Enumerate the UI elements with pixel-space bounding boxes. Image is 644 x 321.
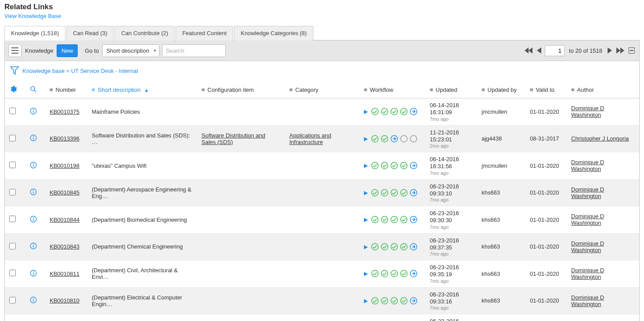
workflow-complete-icon: [390, 296, 399, 305]
workflow-complete-icon: [371, 161, 379, 170]
row-info-button[interactable]: [29, 272, 37, 278]
svg-point-29: [401, 162, 407, 169]
row-checkbox[interactable]: [9, 270, 16, 276]
workflow-expand[interactable]: ▶: [364, 136, 368, 142]
row-checkbox[interactable]: [9, 135, 16, 141]
kb-number-link[interactable]: KB0013396: [50, 135, 79, 142]
filter-breadcrumb[interactable]: Knowledge base = UT Service Desk - Inter…: [22, 68, 138, 74]
page-input[interactable]: [545, 45, 565, 56]
col-number[interactable]: ≡Number: [45, 82, 87, 98]
row-info-button[interactable]: [29, 110, 37, 116]
row-info-button[interactable]: [29, 164, 37, 170]
filter-icon[interactable]: [10, 65, 19, 76]
workflow-expand[interactable]: ▶: [364, 271, 368, 277]
kb-number-link[interactable]: KB0010844: [50, 216, 79, 223]
row-info-button[interactable]: [29, 245, 37, 251]
kb-number-link[interactable]: KB0010198: [50, 162, 79, 169]
tab-4[interactable]: Knowledge Categories (8): [234, 26, 313, 40]
author-link[interactable]: Christopher J Longoria: [571, 135, 629, 142]
updated-ago: 7mo ago: [430, 170, 473, 176]
config-item-link[interactable]: Software Distribution and Sales (SDS): [201, 132, 265, 145]
updated-time: 16:31:56: [430, 163, 473, 170]
updated-date: 06-23-2016: [430, 183, 473, 190]
collapse-button[interactable]: [628, 47, 636, 54]
category-link[interactable]: Applications and Infrastructure: [289, 132, 331, 145]
workflow-expand[interactable]: ▶: [364, 108, 368, 115]
svg-rect-57: [33, 273, 34, 275]
goto-select[interactable]: Short description: [102, 44, 159, 57]
info-icon: [29, 107, 37, 115]
kb-number-link[interactable]: KB0010845: [50, 189, 79, 196]
author-link[interactable]: Dominique D Washington: [571, 105, 604, 118]
view-knowledge-base-link[interactable]: View Knowledge Base: [4, 13, 61, 19]
author-link[interactable]: Dominique D Washington: [571, 267, 604, 280]
author-link[interactable]: Dominique D Washington: [571, 213, 604, 226]
new-button[interactable]: New: [57, 44, 78, 57]
svg-point-5: [31, 87, 35, 90]
workflow-expand[interactable]: ▶: [364, 162, 368, 169]
info-icon: [29, 188, 37, 196]
workflow-complete-icon: [390, 269, 399, 278]
prev-page-button[interactable]: [536, 47, 542, 54]
filter-row: Knowledge base = UT Service Desk - Inter…: [5, 61, 639, 82]
search-header[interactable]: [25, 82, 45, 98]
next-page-button[interactable]: [607, 47, 613, 54]
workflow-expand[interactable]: ▶: [364, 298, 368, 304]
workflow-expand[interactable]: ▶: [364, 216, 368, 223]
svg-point-61: [401, 271, 407, 277]
table-row: KB0010845(Department) Aerospace Engineer…: [5, 179, 639, 206]
search-icon: [29, 85, 37, 93]
first-page-button[interactable]: [524, 47, 533, 54]
search-input[interactable]: [162, 44, 226, 57]
updated-date: 06-23-2016: [430, 291, 473, 298]
col-updated-by[interactable]: ≡Updated by: [477, 82, 525, 98]
col-menu-icon: ≡: [289, 87, 293, 93]
workflow-complete-icon: [380, 161, 389, 170]
workflow-complete-icon: [399, 188, 408, 197]
row-checkbox[interactable]: [9, 108, 16, 114]
svg-point-34: [372, 189, 378, 196]
row-info-button[interactable]: [29, 218, 37, 224]
workflow-next-icon: [409, 215, 418, 224]
tab-1[interactable]: Can Read (3): [66, 26, 114, 40]
row-info-button[interactable]: [29, 191, 37, 197]
kb-number-link[interactable]: KB0010375: [50, 108, 79, 115]
last-page-button[interactable]: [615, 47, 625, 54]
author-link[interactable]: Dominique D Washington: [571, 186, 604, 199]
author-link[interactable]: Dominique D Washington: [571, 159, 604, 172]
row-info-button[interactable]: [29, 299, 37, 305]
col-valid-to[interactable]: ≡Valid to: [525, 82, 567, 98]
list-menu-button[interactable]: [8, 44, 22, 57]
col-author[interactable]: ≡Author: [567, 82, 639, 98]
row-checkbox[interactable]: [9, 243, 16, 249]
row-checkbox[interactable]: [9, 162, 16, 168]
workflow-expand[interactable]: ▶: [364, 190, 368, 196]
author-link[interactable]: Dominique D Washington: [571, 240, 604, 253]
info-icon: [29, 269, 37, 277]
gear-icon: [9, 85, 17, 93]
row-checkbox[interactable]: [9, 189, 16, 195]
svg-rect-0: [11, 47, 18, 48]
tab-3[interactable]: Featured Content: [176, 26, 233, 40]
row-info-button[interactable]: [29, 137, 37, 143]
valid-to-cell: 01-01-2020: [525, 98, 567, 126]
row-checkbox[interactable]: [9, 297, 16, 303]
col-workflow[interactable]: ≡Workflow: [360, 82, 425, 98]
workflow-complete-icon: [399, 296, 408, 305]
gear-header[interactable]: [5, 82, 25, 98]
kb-number-link[interactable]: KB0010810: [50, 297, 79, 304]
author-link[interactable]: Dominique D Washington: [571, 294, 604, 307]
tab-2[interactable]: Can Contribute (2): [115, 26, 175, 40]
col-updated[interactable]: ≡Updated: [425, 82, 477, 98]
workflow-complete-icon: [371, 296, 379, 305]
row-checkbox[interactable]: [9, 216, 16, 222]
tab-0[interactable]: Knowledge (1,518): [4, 26, 65, 40]
col-short-desc[interactable]: ≡Short description▲: [87, 82, 197, 98]
short-desc-cell: "utexas" Campus Wifi: [87, 152, 197, 180]
kb-number-link[interactable]: KB0010811: [50, 271, 79, 277]
col-config-item[interactable]: ≡Configuration item: [197, 82, 285, 98]
updated-ago: 7mo ago: [430, 305, 473, 310]
kb-number-link[interactable]: KB0010843: [50, 243, 79, 250]
workflow-expand[interactable]: ▶: [364, 244, 368, 250]
col-category[interactable]: ≡Category: [285, 82, 360, 98]
